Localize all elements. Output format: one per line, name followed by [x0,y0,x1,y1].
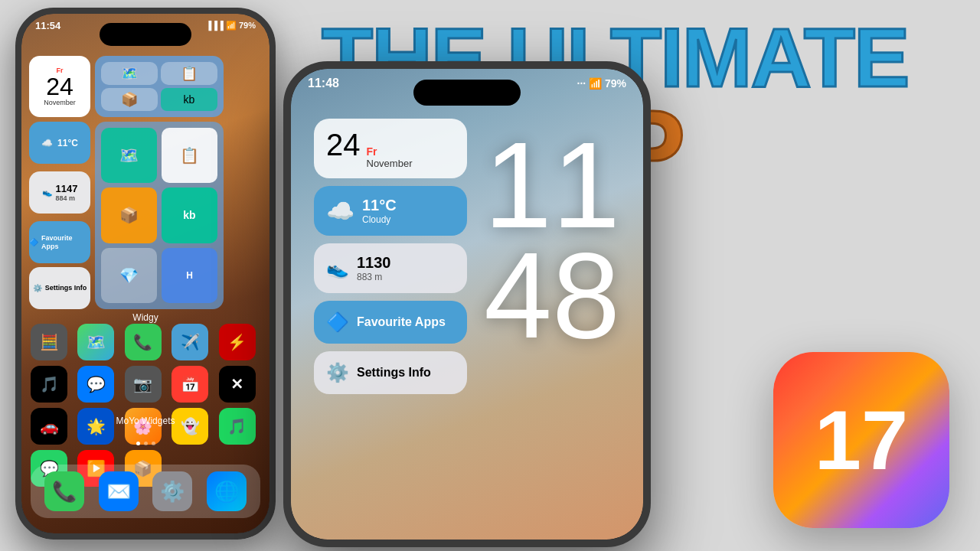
center-date-widget: 24 Fr November [314,119,467,178]
center-phone-status: 11:48 ··· 📶 79% [308,77,626,90]
dot-1 [136,442,140,445]
settings-gear-icon: ⚙️ [33,284,42,292]
center-steps-widget: 👟 1130 883 m [314,243,467,293]
left-steps-count: 1147 [56,183,78,194]
app-tesla[interactable]: ⚡ [219,324,256,360]
app-calendar[interactable]: 📅 [172,366,208,403]
center-weather-desc: Cloudy [362,214,397,225]
center-weather-icon: ☁️ [326,197,354,224]
left-grid-widget: 🗺️ 📋 📦 kb [95,56,224,117]
ios17-label: 17 [815,398,908,482]
dock-safari[interactable]: 🌐 [207,471,247,511]
left-date-num: 24 [46,74,74,99]
center-time-display: 11 48 [484,130,620,350]
left-col1: ☁️ 11°C 👟 1147 884 m 🔷 Favou [29,122,90,309]
center-steps-dist: 883 m [357,272,391,282]
center-fav-widget: 🔷 Favourite Apps [314,301,467,344]
app-snapchat[interactable]: 👻 [172,408,208,445]
grid-icon-4: kb [162,187,217,243]
dock-mail[interactable]: ✉️ [99,471,139,511]
left-date-widget: Fr 24 November [29,56,90,117]
app-calculator[interactable]: 🧮 [31,324,67,360]
left-settings-label: Settings Info [45,284,87,292]
grid-icon-2: 📋 [162,128,217,183]
center-steps-count: 1130 [357,254,391,272]
weather-cloud-icon: ☁️ [41,138,53,148]
app-maps[interactable]: 🗺️ [77,324,114,360]
left-phone-frame: 11:54 ▐▐▐ 📶 79% Fr 24 November 🗺️ 📋 [15,8,276,540]
center-fav-label: Favourite Apps [357,315,446,329]
page-dots [21,442,270,445]
grid-icon-5: 💎 [101,248,157,303]
center-steps-icon: 👟 [326,258,349,279]
left-time: 11:54 [35,20,60,31]
left-phone-screen: 11:54 ▐▐▐ 📶 79% Fr 24 November 🗺️ 📋 [21,14,270,533]
left-steps-widget: 👟 1147 884 m [29,171,90,214]
dock-settings[interactable]: ⚙️ [152,471,192,511]
steps-icon: 👟 [42,187,53,197]
center-date-month: November [367,158,413,169]
center-phone-screen: 11:48 ··· 📶 79% 24 Fr November ☁️ 1 [291,69,643,540]
app-photos[interactable]: 🌸 [125,408,162,445]
center-phone-frame: 11:48 ··· 📶 79% 24 Fr November ☁️ 1 [283,61,651,547]
app-spotify[interactable]: 🎵 [219,408,256,445]
left-grid2: 🗺️ 📋 📦 kb 💎 H [95,122,224,309]
center-date-day: Fr [367,145,413,158]
app-walmart[interactable]: 🌟 [77,408,114,445]
center-settings-widget: ⚙️ Settings Info [314,351,467,394]
dot-2 [144,442,148,445]
center-hours: 11 [484,130,620,240]
center-date-num: 24 [326,128,361,162]
center-battery: ··· 📶 79% [577,77,626,90]
left-settings-widget: ⚙️ Settings Info [29,267,90,309]
left-fav-widget: 🔷 Favourite Apps [29,221,90,263]
app-uber[interactable]: 🚗 [31,408,67,445]
grid-icon-6: H [162,248,217,303]
dock-phone[interactable]: 📞 [44,471,84,511]
grid-icon-1: 🗺️ [101,128,157,183]
center-weather-widget: ☁️ 11°C Cloudy [314,186,467,236]
left-phone: 11:54 ▐▐▐ 📶 79% Fr 24 November 🗺️ 📋 [15,8,283,543]
weather-temp: 11°C [57,138,78,148]
kleinanzeigen-icon: kb [161,88,217,111]
center-minutes: 48 [484,240,620,350]
left-app-grid: 🧮 🗺️ 📞 ✈️ ⚡ 🎵 💬 📷 📅 ✕ 🚗 🌟 🌸 👻 🎵 💬 ▶️ 📦 [31,324,260,487]
center-weather-temp: 11°C [362,197,397,214]
left-fav-label: Favourite Apps [41,234,90,251]
widgy-label: Widgy [21,312,270,323]
reminders-icon: 📋 [161,62,217,85]
center-settings-icon: ⚙️ [326,362,349,383]
left-widget-row1: Fr 24 November 🗺️ 📋 📦 kb [29,56,262,117]
center-phone: 11:48 ··· 📶 79% 24 Fr November ☁️ 1 [283,61,658,551]
amazon-icon: 📦 [101,88,158,111]
moyo-label: MoYo Widgets [21,416,270,426]
grid-icon-3: 📦 [101,187,157,243]
left-date-month: November [44,99,76,106]
left-steps-dist: 884 m [56,194,78,202]
center-time: 11:48 [308,77,339,90]
center-settings-label: Settings Info [357,365,431,380]
left-dock: 📞 ✉️ ⚙️ 🌐 [31,465,260,518]
left-widgets: Fr 24 November 🗺️ 📋 📦 kb [29,56,262,309]
app-phone[interactable]: 📞 [125,324,162,360]
ios17-icon: 17 [773,352,949,528]
dot-3 [152,442,155,445]
center-widgets: 24 Fr November ☁️ 11°C Cloudy 👟 [314,119,467,394]
left-battery: ▐▐▐ 📶 79% [205,21,256,31]
left-widget-row2: ☁️ 11°C 👟 1147 884 m 🔷 Favou [29,122,262,309]
app-camera[interactable]: 📷 [125,366,162,403]
app-messages[interactable]: 💬 [77,366,114,403]
center-fav-icon: 🔷 [326,311,349,333]
left-phone-status: 11:54 ▐▐▐ 📶 79% [35,20,256,31]
left-weather-widget: ☁️ 11°C [29,122,90,164]
app-tiktok[interactable]: 🎵 [31,366,67,403]
app-telegram[interactable]: ✈️ [172,324,208,360]
fav-apps-icon: 🔷 [29,238,38,246]
app-twitter[interactable]: ✕ [219,366,256,403]
maps-icon: 🗺️ [101,62,158,85]
